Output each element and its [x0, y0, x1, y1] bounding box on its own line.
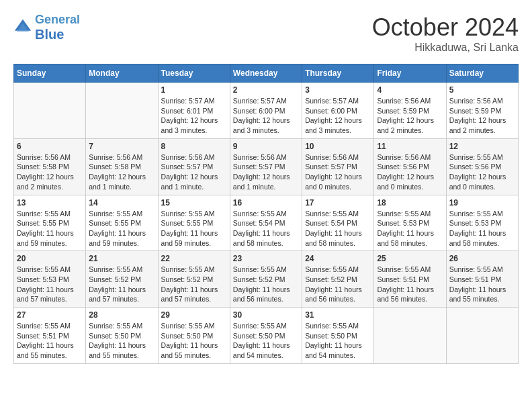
day-info: Sunrise: 5:55 AM Sunset: 5:50 PM Dayligh…: [161, 321, 227, 361]
calendar-cell: 11 Sunrise: 5:56 AM Sunset: 5:56 PM Dayl…: [374, 138, 446, 195]
daylight-text: Daylight: 12 hours and 1 minute.: [233, 173, 290, 191]
daylight-text: Daylight: 11 hours and 59 minutes.: [161, 229, 218, 247]
sunset-text: Sunset: 5:51 PM: [17, 332, 69, 340]
sunset-text: Sunset: 6:01 PM: [161, 107, 214, 115]
daylight-text: Daylight: 11 hours and 59 minutes.: [17, 229, 74, 247]
calendar-cell: 3 Sunrise: 5:57 AM Sunset: 6:00 PM Dayli…: [302, 83, 374, 139]
calendar-cell: 2 Sunrise: 5:57 AM Sunset: 6:00 PM Dayli…: [230, 83, 302, 139]
daylight-text: Daylight: 12 hours and 3 minutes.: [161, 116, 218, 134]
sunset-text: Sunset: 5:54 PM: [233, 219, 285, 227]
day-number: 1: [161, 85, 227, 95]
calendar-week-row: 1 Sunrise: 5:57 AM Sunset: 6:01 PM Dayli…: [14, 83, 519, 139]
daylight-text: Daylight: 11 hours and 54 minutes.: [233, 341, 290, 359]
sunrise-text: Sunrise: 5:55 AM: [17, 210, 71, 218]
calendar-cell: [446, 308, 518, 364]
sunset-text: Sunset: 5:53 PM: [449, 219, 502, 227]
day-number: 7: [89, 142, 154, 151]
sunset-text: Sunset: 5:52 PM: [89, 275, 141, 283]
sunrise-text: Sunrise: 5:55 AM: [377, 265, 431, 273]
logo: General Blue: [13, 13, 80, 42]
day-info: Sunrise: 5:55 AM Sunset: 5:53 PM Dayligh…: [17, 265, 83, 304]
sunrise-text: Sunrise: 5:55 AM: [89, 210, 142, 218]
sunrise-text: Sunrise: 5:55 AM: [233, 322, 287, 330]
sunset-text: Sunset: 5:59 PM: [449, 107, 502, 115]
daylight-text: Daylight: 11 hours and 56 minutes.: [305, 285, 362, 304]
weekday-header-row: SundayMondayTuesdayWednesdayThursdayFrid…: [14, 64, 519, 83]
day-number: 5: [449, 85, 515, 95]
daylight-text: Daylight: 11 hours and 59 minutes.: [89, 229, 146, 247]
logo-text: General Blue: [35, 13, 80, 42]
day-info: Sunrise: 5:55 AM Sunset: 5:54 PM Dayligh…: [305, 209, 371, 248]
sunrise-text: Sunrise: 5:56 AM: [233, 153, 287, 161]
calendar-cell: 31 Sunrise: 5:55 AM Sunset: 5:50 PM Dayl…: [302, 308, 374, 364]
day-info: Sunrise: 5:55 AM Sunset: 5:50 PM Dayligh…: [305, 321, 371, 361]
calendar-cell: 14 Sunrise: 5:55 AM Sunset: 5:55 PM Dayl…: [86, 195, 158, 251]
page-header: General Blue October 2024 Hikkaduwa, Sri…: [13, 13, 519, 54]
calendar-cell: 15 Sunrise: 5:55 AM Sunset: 5:55 PM Dayl…: [158, 195, 230, 251]
day-number: 28: [89, 310, 154, 320]
sunrise-text: Sunrise: 5:56 AM: [377, 97, 431, 105]
day-info: Sunrise: 5:57 AM Sunset: 6:01 PM Dayligh…: [161, 96, 227, 136]
day-info: Sunrise: 5:55 AM Sunset: 5:53 PM Dayligh…: [377, 209, 443, 248]
logo-icon: [13, 18, 32, 37]
sunrise-text: Sunrise: 5:55 AM: [305, 322, 359, 330]
day-number: 12: [449, 142, 515, 151]
sunrise-text: Sunrise: 5:56 AM: [17, 153, 71, 161]
calendar-cell: 21 Sunrise: 5:55 AM Sunset: 5:52 PM Dayl…: [86, 251, 158, 308]
calendar-cell: 5 Sunrise: 5:56 AM Sunset: 5:59 PM Dayli…: [446, 83, 518, 139]
day-number: 25: [377, 254, 443, 263]
weekday-header-cell: Wednesday: [230, 64, 302, 83]
calendar-cell: 4 Sunrise: 5:56 AM Sunset: 5:59 PM Dayli…: [374, 83, 446, 139]
calendar-cell: 6 Sunrise: 5:56 AM Sunset: 5:58 PM Dayli…: [14, 138, 86, 195]
calendar-week-row: 20 Sunrise: 5:55 AM Sunset: 5:53 PM Dayl…: [14, 251, 519, 308]
sunset-text: Sunset: 5:52 PM: [233, 275, 285, 283]
day-number: 19: [449, 198, 515, 208]
calendar-cell: 9 Sunrise: 5:56 AM Sunset: 5:57 PM Dayli…: [230, 138, 302, 195]
sunset-text: Sunset: 5:54 PM: [305, 219, 357, 227]
sunset-text: Sunset: 5:52 PM: [305, 275, 357, 283]
daylight-text: Daylight: 12 hours and 0 minutes.: [449, 173, 506, 191]
calendar-cell: 26 Sunrise: 5:55 AM Sunset: 5:51 PM Dayl…: [446, 251, 518, 308]
daylight-text: Daylight: 12 hours and 3 minutes.: [305, 116, 362, 134]
day-number: 17: [305, 198, 371, 208]
weekday-header-cell: Monday: [86, 64, 158, 83]
sunset-text: Sunset: 5:51 PM: [377, 275, 429, 283]
day-info: Sunrise: 5:57 AM Sunset: 6:00 PM Dayligh…: [305, 96, 371, 136]
sunset-text: Sunset: 5:57 PM: [233, 163, 285, 171]
daylight-text: Daylight: 12 hours and 0 minutes.: [305, 173, 362, 191]
calendar-body: 1 Sunrise: 5:57 AM Sunset: 6:01 PM Dayli…: [14, 83, 519, 364]
day-info: Sunrise: 5:56 AM Sunset: 5:57 PM Dayligh…: [161, 152, 227, 192]
calendar-week-row: 6 Sunrise: 5:56 AM Sunset: 5:58 PM Dayli…: [14, 138, 519, 195]
sunrise-text: Sunrise: 5:55 AM: [305, 210, 359, 218]
day-number: 10: [305, 142, 371, 151]
day-info: Sunrise: 5:55 AM Sunset: 5:52 PM Dayligh…: [89, 265, 154, 304]
daylight-text: Daylight: 11 hours and 58 minutes.: [377, 229, 434, 247]
day-info: Sunrise: 5:55 AM Sunset: 5:54 PM Dayligh…: [233, 209, 299, 248]
daylight-text: Daylight: 11 hours and 58 minutes.: [449, 229, 506, 247]
month-title: October 2024: [372, 13, 519, 42]
day-number: 8: [161, 142, 227, 151]
daylight-text: Daylight: 11 hours and 54 minutes.: [305, 341, 362, 359]
calendar-cell: 24 Sunrise: 5:55 AM Sunset: 5:52 PM Dayl…: [302, 251, 374, 308]
sunset-text: Sunset: 5:53 PM: [377, 219, 429, 227]
location: Hikkaduwa, Sri Lanka: [372, 42, 519, 54]
calendar-cell: 1 Sunrise: 5:57 AM Sunset: 6:01 PM Dayli…: [158, 83, 230, 139]
daylight-text: Daylight: 12 hours and 3 minutes.: [233, 116, 290, 134]
sunset-text: Sunset: 5:53 PM: [17, 275, 69, 283]
day-number: 3: [305, 85, 371, 95]
sunset-text: Sunset: 5:55 PM: [17, 219, 69, 227]
sunrise-text: Sunrise: 5:56 AM: [449, 97, 503, 105]
day-info: Sunrise: 5:55 AM Sunset: 5:52 PM Dayligh…: [305, 265, 371, 304]
sunrise-text: Sunrise: 5:57 AM: [161, 97, 215, 105]
daylight-text: Daylight: 12 hours and 2 minutes.: [449, 116, 506, 134]
sunrise-text: Sunrise: 5:55 AM: [305, 265, 359, 273]
day-number: 20: [17, 254, 83, 263]
calendar-cell: 29 Sunrise: 5:55 AM Sunset: 5:50 PM Dayl…: [158, 308, 230, 364]
calendar-cell: 30 Sunrise: 5:55 AM Sunset: 5:50 PM Dayl…: [230, 308, 302, 364]
daylight-text: Daylight: 12 hours and 2 minutes.: [17, 173, 74, 191]
calendar-cell: 12 Sunrise: 5:55 AM Sunset: 5:56 PM Dayl…: [446, 138, 518, 195]
daylight-text: Daylight: 11 hours and 55 minutes.: [449, 285, 506, 304]
day-info: Sunrise: 5:55 AM Sunset: 5:50 PM Dayligh…: [233, 321, 299, 361]
day-info: Sunrise: 5:56 AM Sunset: 5:59 PM Dayligh…: [449, 96, 515, 136]
sunrise-text: Sunrise: 5:55 AM: [233, 210, 287, 218]
